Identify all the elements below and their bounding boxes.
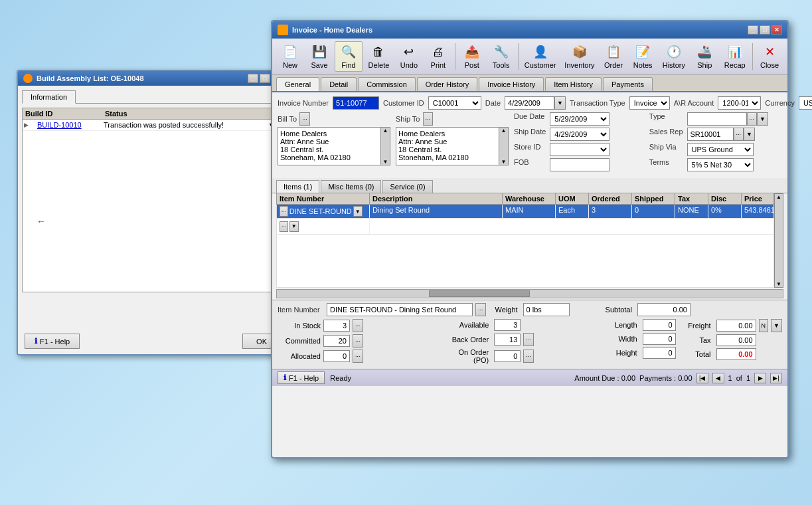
bill-scroll-up[interactable]: ▲ bbox=[381, 128, 390, 134]
tab-detail[interactable]: Detail bbox=[321, 77, 357, 91]
currency-select[interactable]: USD bbox=[799, 96, 812, 110]
post-button[interactable]: 📤 Post bbox=[458, 41, 486, 72]
undo-button[interactable]: ↩ Undo bbox=[395, 41, 423, 72]
subtotal-input[interactable] bbox=[637, 303, 690, 316]
status-bar: ℹ F1 - Help Ready Amount Due : 0.00 Paym… bbox=[272, 369, 787, 386]
grid-empty-row[interactable]: ··· ▼ bbox=[276, 219, 774, 235]
invoice-close-button[interactable]: ✕ bbox=[771, 25, 782, 35]
total-input[interactable] bbox=[716, 348, 756, 360]
sales-rep-dropdown-button[interactable]: ▼ bbox=[744, 128, 755, 141]
ship-to-button[interactable]: ··· bbox=[423, 112, 434, 126]
notes-button[interactable]: 📝 Notes bbox=[629, 41, 657, 72]
minimize-button[interactable]: _ bbox=[248, 74, 258, 83]
backorder-dots[interactable]: ··· bbox=[523, 333, 534, 346]
committed-dots[interactable]: ··· bbox=[353, 334, 363, 348]
inventory-button[interactable]: 📦 Inventory bbox=[561, 41, 598, 72]
committed-input[interactable] bbox=[323, 335, 350, 347]
type-dropdown-button[interactable]: ▼ bbox=[757, 112, 768, 126]
tab-order-history[interactable]: Order History bbox=[417, 77, 477, 91]
empty-item-dropdown[interactable]: ▼ bbox=[289, 221, 299, 232]
bottom-item-input[interactable] bbox=[327, 303, 473, 316]
notes-label: Notes bbox=[633, 61, 653, 69]
first-page-button[interactable]: |◀ bbox=[696, 373, 708, 383]
sales-rep-input[interactable] bbox=[687, 128, 734, 141]
tab-general[interactable]: General bbox=[276, 77, 319, 91]
freight-input[interactable] bbox=[716, 320, 756, 332]
invoice-restore-button[interactable]: □ bbox=[760, 25, 770, 35]
on-order-input[interactable] bbox=[494, 350, 521, 362]
height-input[interactable] bbox=[643, 347, 676, 359]
sales-rep-dots-button[interactable]: ··· bbox=[734, 128, 744, 141]
store-id-select[interactable] bbox=[550, 143, 609, 156]
terms-select[interactable]: 5% 5 Net 30 bbox=[687, 158, 754, 171]
available-input[interactable] bbox=[494, 319, 521, 331]
type-input[interactable] bbox=[687, 112, 747, 126]
item-number-dropdown[interactable]: ▼ bbox=[353, 206, 363, 217]
invoice-number-input[interactable] bbox=[333, 96, 379, 110]
last-page-button[interactable]: ▶| bbox=[770, 373, 782, 383]
ship-via-select[interactable]: UPS Ground bbox=[687, 143, 754, 156]
item-number-dots[interactable]: ··· bbox=[280, 206, 288, 217]
freight-n-btn[interactable]: N bbox=[759, 319, 769, 332]
tab-information[interactable]: Information bbox=[22, 90, 76, 104]
find-button[interactable]: 🔍 Find bbox=[335, 41, 363, 72]
items-tab-items[interactable]: Items (1) bbox=[276, 180, 319, 193]
in-stock-dots[interactable]: ··· bbox=[353, 319, 363, 332]
allocated-dots[interactable]: ··· bbox=[353, 350, 363, 363]
fob-input[interactable] bbox=[550, 158, 609, 171]
tab-commission[interactable]: Commission bbox=[358, 77, 416, 91]
grid-scroll-up[interactable]: ▲ bbox=[775, 194, 783, 200]
order-button[interactable]: 📋 Order bbox=[600, 41, 627, 72]
backorder-input[interactable] bbox=[494, 334, 521, 346]
ship-scroll-up[interactable]: ▲ bbox=[499, 128, 508, 134]
table-row[interactable]: ▶ BUILD-10010 Transaction was posted suc… bbox=[23, 120, 283, 131]
weight-input[interactable] bbox=[523, 303, 570, 316]
ar-account-select[interactable]: 1200-01 bbox=[718, 96, 761, 110]
ship-scroll-down[interactable]: ▼ bbox=[499, 159, 508, 165]
freight-dropdown[interactable]: ▼ bbox=[771, 319, 782, 332]
close-toolbar-button[interactable]: ✕ Close bbox=[756, 41, 783, 72]
tab-payments[interactable]: Payments bbox=[603, 77, 653, 91]
invoice-minimize-button[interactable]: _ bbox=[748, 25, 758, 35]
save-button[interactable]: 💾 Save bbox=[305, 41, 333, 72]
delete-button[interactable]: 🗑 Delete bbox=[364, 41, 394, 72]
bill-scroll-down[interactable]: ▼ bbox=[381, 159, 390, 165]
grid-v-scrollbar[interactable]: ▲ ▼ bbox=[774, 193, 783, 288]
grid-scroll-down[interactable]: ▼ bbox=[775, 281, 783, 287]
recap-button[interactable]: 📊 Recap bbox=[720, 41, 750, 72]
length-input[interactable] bbox=[643, 319, 676, 331]
empty-item-dots[interactable]: ··· bbox=[280, 221, 288, 232]
type-dots-button[interactable]: ··· bbox=[747, 112, 758, 126]
tools-button[interactable]: 🔧 Tools bbox=[487, 41, 515, 72]
history-button[interactable]: 🕐 History bbox=[658, 41, 689, 72]
allocated-input[interactable] bbox=[323, 350, 350, 362]
due-date-select[interactable]: 5/29/2009 bbox=[550, 112, 609, 126]
help-button[interactable]: ℹ F1 - Help bbox=[25, 334, 80, 349]
transaction-type-select[interactable]: Invoice bbox=[629, 96, 670, 110]
ship-date-select[interactable]: 4/29/2009 bbox=[550, 128, 609, 141]
tax-input[interactable] bbox=[716, 334, 756, 346]
new-button[interactable]: 📄 New bbox=[276, 41, 304, 72]
grid-h-scrollbar[interactable] bbox=[276, 289, 783, 298]
prev-page-button[interactable]: ◀ bbox=[712, 373, 724, 383]
items-tab-service[interactable]: Service (0) bbox=[382, 180, 432, 193]
date-input[interactable] bbox=[505, 96, 554, 110]
in-stock-input[interactable] bbox=[323, 320, 350, 332]
date-picker-button[interactable]: ▼ bbox=[554, 96, 566, 110]
width-input[interactable] bbox=[643, 333, 676, 345]
restore-button[interactable]: □ bbox=[260, 74, 270, 83]
bottom-item-dots[interactable]: ··· bbox=[475, 303, 486, 316]
print-button[interactable]: 🖨 Print bbox=[424, 41, 452, 72]
customer-id-select[interactable]: C10001 bbox=[428, 96, 481, 110]
ship-button[interactable]: 🚢 Ship bbox=[690, 41, 718, 72]
items-tab-misc[interactable]: Misc Items (0) bbox=[321, 180, 381, 193]
tab-item-history[interactable]: Item History bbox=[545, 77, 602, 91]
grid-data-row-1[interactable]: ··· DINE SET-ROUND ▼ Dining Set Round MA… bbox=[276, 205, 774, 219]
next-page-button[interactable]: ▶ bbox=[754, 373, 766, 383]
tax-row: Tax bbox=[681, 334, 782, 346]
invoice-help-button[interactable]: ℹ F1 - Help bbox=[278, 371, 325, 384]
bill-to-button[interactable]: ··· bbox=[299, 112, 310, 126]
on-order-dots[interactable]: ··· bbox=[523, 350, 534, 363]
customer-button[interactable]: 👤 Customer bbox=[521, 41, 560, 72]
tab-invoice-history[interactable]: Invoice History bbox=[479, 77, 544, 91]
